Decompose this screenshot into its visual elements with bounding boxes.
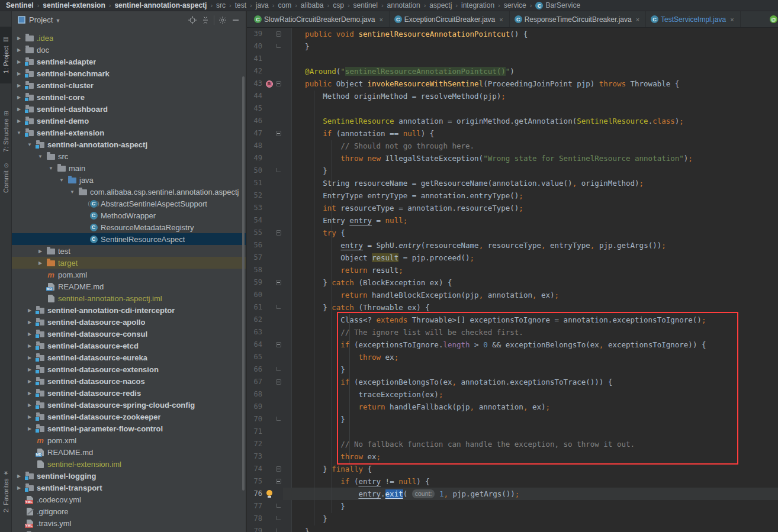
code-line[interactable]: 77 }: [247, 500, 778, 512]
breadcrumb-item[interactable]: com: [277, 1, 292, 9]
code-line[interactable]: 62 Class<? extends Throwable>[] exceptio…: [247, 314, 778, 326]
tree-item[interactable]: ▶doc: [12, 44, 246, 56]
fold-collapse-icon[interactable]: [274, 466, 283, 472]
breadcrumb-item[interactable]: Sentinel: [5, 1, 35, 9]
tree-collapse-arrow[interactable]: ▶: [25, 391, 34, 396]
tree-item[interactable]: ▶sentinel-datasource-spring-cloud-config: [12, 399, 246, 411]
fold-collapse-icon[interactable]: [274, 81, 283, 86]
tree-collapse-arrow[interactable]: ▶: [14, 71, 24, 76]
tree-collapse-arrow[interactable]: ▶: [14, 118, 24, 124]
tree-item[interactable]: ▶sentinel-benchmark: [12, 67, 246, 79]
tree-item[interactable]: ▼sentinel-extension: [12, 127, 246, 138]
code-line[interactable]: 75 if (entry != null) {: [247, 475, 778, 488]
tree-item[interactable]: ▶sentinel-annotation-cdi-interceptor: [12, 304, 246, 316]
code-line[interactable]: 64 if (exceptionsToIgnore.length > 0 && …: [247, 338, 778, 351]
code-line[interactable]: 46 SentinelResource annotation = originM…: [247, 115, 778, 127]
code-line[interactable]: 61 } catch (Throwable ex) {: [247, 301, 778, 314]
tree-expand-arrow[interactable]: ▼: [67, 189, 77, 195]
code-line[interactable]: 51 String resourceName = getResourceName…: [247, 177, 778, 189]
code-line[interactable]: 63 // The ignore list will be checked fi…: [247, 326, 778, 338]
breadcrumb-item[interactable]: java: [255, 1, 270, 9]
tree-item[interactable]: CMethodWrapper: [12, 209, 246, 221]
tree-collapse-arrow[interactable]: ▶: [25, 379, 34, 384]
tree-collapse-arrow[interactable]: ▶: [14, 95, 24, 100]
tree-item[interactable]: ▶sentinel-demo: [12, 115, 246, 127]
tool-button-commit[interactable]: Commit⊙: [0, 158, 12, 198]
tree-collapse-arrow[interactable]: ▶: [25, 331, 34, 337]
fold-end-icon[interactable]: [274, 518, 283, 520]
close-icon[interactable]: ×: [499, 16, 503, 23]
code-line[interactable]: 42 @Around("sentinelResourceAnnotationPo…: [247, 65, 778, 78]
fold-collapse-icon[interactable]: [274, 379, 283, 385]
fold-end-icon[interactable]: [274, 170, 283, 172]
code-line[interactable]: 78 }: [247, 512, 778, 525]
tree-item[interactable]: mpom.xml: [12, 269, 246, 280]
tree-collapse-arrow[interactable]: ▶: [25, 414, 34, 420]
code-line[interactable]: 54 Entry entry = null;: [247, 214, 778, 227]
tree-item[interactable]: CSentinelResourceAspect: [12, 233, 246, 245]
code-line[interactable]: 40 }: [247, 40, 778, 53]
tree-collapse-arrow[interactable]: ▶: [14, 59, 24, 65]
fold-end-icon[interactable]: [274, 369, 283, 371]
tree-item[interactable]: ▶sentinel-dashboard: [12, 103, 246, 115]
tree-item[interactable]: ▼main: [12, 162, 246, 174]
tree-item[interactable]: CResourceMetadataRegistry: [12, 221, 246, 233]
close-icon[interactable]: ×: [379, 16, 382, 23]
fold-collapse-icon[interactable]: [274, 479, 283, 484]
breadcrumb-item[interactable]: sentinel-annotation-aspectj: [113, 1, 208, 9]
code-line[interactable]: 66 }: [247, 363, 778, 376]
fold-end-icon[interactable]: [274, 530, 283, 532]
tree-item[interactable]: ▼com.alibaba.csp.sentinel.annotation.asp…: [12, 186, 246, 198]
tree-item[interactable]: ▶sentinel-datasource-redis: [12, 387, 246, 399]
code-line[interactable]: 55 try {: [247, 227, 778, 239]
code-line[interactable]: 49 throw new IllegalStateException("Wron…: [247, 152, 778, 165]
tree-item[interactable]: ▶sentinel-core: [12, 91, 246, 103]
tree-collapse-arrow[interactable]: ▶: [14, 473, 24, 479]
tab-SlowRatioCircuitBreakerDemo.java[interactable]: CSlowRatioCircuitBreakerDemo.java×: [249, 11, 390, 27]
code-line[interactable]: 69 return handleFallback(pjp, annotation…: [247, 401, 778, 413]
tree-item[interactable]: ▶test: [12, 245, 246, 257]
code-line[interactable]: 60 return handleBlockException(pjp, anno…: [247, 289, 778, 301]
tree-collapse-arrow[interactable]: ▶: [14, 107, 24, 112]
breadcrumb-item[interactable]: test: [234, 1, 247, 9]
tree-collapse-arrow[interactable]: ▶: [14, 83, 24, 88]
fold-end-icon[interactable]: [274, 505, 283, 508]
tree-collapse-arrow[interactable]: ▶: [36, 260, 45, 266]
tree-item[interactable]: ▶sentinel-datasource-nacos: [12, 375, 246, 387]
tree-item[interactable]: ▶sentinel-datasource-consul: [12, 328, 246, 340]
breadcrumb-item[interactable]: aspectj: [428, 1, 453, 9]
tree-collapse-arrow[interactable]: ▶: [25, 426, 34, 431]
tree-item[interactable]: (C)AbstractSentinelAspectSupport: [12, 198, 246, 209]
project-scrollbar[interactable]: [242, 76, 245, 491]
fold-end-icon[interactable]: [274, 46, 283, 48]
code-line[interactable]: 74 } finally {: [247, 463, 778, 475]
tab-TestServiceImpl.java[interactable]: CTestServiceImpl.java×: [646, 11, 740, 27]
fold-end-icon[interactable]: [274, 418, 283, 421]
breadcrumb-item[interactable]: integration: [460, 1, 496, 9]
tree-item[interactable]: ▶sentinel-parameter-flow-control: [12, 423, 246, 434]
tree-item[interactable]: ▼src: [12, 150, 246, 162]
tree-item[interactable]: sentinel-annotation-aspectj.iml: [12, 292, 246, 304]
code-line[interactable]: 57 Object result = pjp.proceed();: [247, 252, 778, 264]
code-line[interactable]: 72 // No fallback function can handle th…: [247, 438, 778, 450]
code-line[interactable]: 71: [247, 425, 778, 438]
tree-item[interactable]: ▶.idea: [12, 32, 246, 44]
tab-ResponseTimeCircuitBreaker.java[interactable]: CResponseTimeCircuitBreaker.java×: [510, 11, 646, 27]
tree-item[interactable]: ▶sentinel-transport: [12, 482, 246, 494]
tool-button--project[interactable]: 1: Project▤: [0, 27, 12, 83]
tree-collapse-arrow[interactable]: ▶: [25, 355, 34, 360]
code-line[interactable]: 39 public void sentinelResourceAnnotatio…: [247, 28, 778, 40]
fold-collapse-icon[interactable]: [274, 131, 283, 136]
fold-end-icon[interactable]: [274, 307, 283, 309]
hide-panel-icon[interactable]: [229, 14, 242, 26]
code-line[interactable]: 67 if (exceptionBelongsTo(ex, annotation…: [247, 376, 778, 388]
code-line[interactable]: 76 entry.exit( count: 1, pjp.getArgs());: [247, 488, 778, 500]
tree-collapse-arrow[interactable]: ▶: [25, 308, 34, 313]
tree-item[interactable]: ▶sentinel-cluster: [12, 79, 246, 91]
code-line[interactable]: 68 traceException(ex);: [247, 388, 778, 401]
code-line[interactable]: 50 }: [247, 165, 778, 177]
tree-item[interactable]: MDREADME.md: [12, 280, 246, 292]
intention-bulb-icon[interactable]: [266, 490, 272, 496]
code-editor[interactable]: 39 public void sentinelResourceAnnotatio…: [247, 28, 778, 532]
tree-item[interactable]: ▶sentinel-datasource-zookeeper: [12, 411, 246, 423]
